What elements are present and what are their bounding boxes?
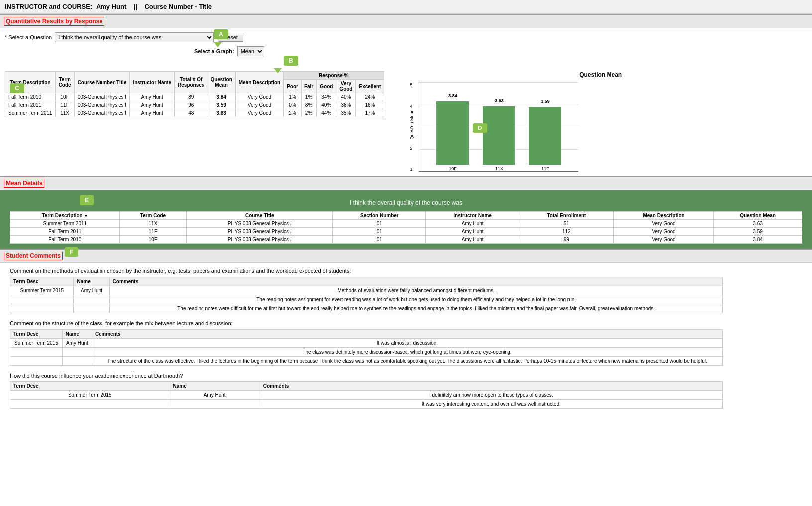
comment-col-comments: Comments	[260, 382, 722, 391]
mean-cell-course: PHYS 003 General Physics I	[187, 220, 333, 228]
student-comments-title: Student Comments	[4, 252, 63, 260]
bar-item: 3.63 11X	[483, 82, 515, 171]
comment-col-name: Name	[74, 277, 109, 286]
col-mean-desc: Mean Description	[235, 72, 283, 93]
cell-term-desc: Fall Term 2011	[5, 101, 56, 109]
comment-term	[10, 348, 63, 357]
mean-details-content: E I think the overall quality of the cou…	[0, 190, 812, 249]
cell-mean-desc: Very Good	[235, 93, 283, 101]
mean-cell-mean-desc: Very Good	[613, 228, 713, 236]
bar-item: 3.59 11F	[529, 82, 561, 171]
mean-cell-section: 01	[333, 236, 426, 244]
cell-course: 003-General Physics I	[74, 101, 130, 109]
col-poor: Poor	[284, 80, 302, 93]
comment-col-comments: Comments	[92, 330, 723, 339]
table-row: Summer Term 2011 11X PHYS 003 General Ph…	[10, 220, 802, 228]
comment-row: Summer Term 2015 Amy Hunt It was almost …	[10, 339, 723, 348]
graph-select-label: Select a Graph:	[194, 48, 234, 54]
cell-instructor: Amy Hunt	[130, 93, 175, 101]
comment-text: The reading notes were difficult for me …	[109, 304, 722, 313]
mean-cell-section: 01	[333, 228, 426, 236]
cell-term-code: 11F	[55, 101, 74, 109]
cell-term-desc: Summer Term 2011	[5, 109, 56, 117]
comment-row: Summer Term 2015 Amy Hunt I definitely a…	[10, 391, 723, 400]
question-select[interactable]: I think the overall quality of the cours…	[55, 32, 214, 42]
student-comments-header: Student Comments F	[0, 249, 812, 263]
comment-question: Comment on the structure of the class, f…	[10, 320, 802, 326]
comment-row: The structure of the class was effective…	[10, 357, 723, 366]
mean-cell-enrollment: 51	[519, 220, 613, 228]
comment-row: It was very interesting content, and ove…	[10, 400, 723, 409]
cell-excellent: 24%	[356, 93, 384, 101]
cell-term-desc: Fall Term 2010	[5, 93, 56, 101]
mean-col-course-title: Course Title	[187, 212, 333, 220]
cell-mean: 3.84	[207, 93, 235, 101]
mean-col-term-desc: Term Description ▼	[10, 212, 120, 220]
col-response-group: Response %	[284, 72, 384, 80]
col-excellent: Excellent	[356, 80, 384, 93]
cell-good: 44%	[317, 109, 336, 117]
bar-value: 3.59	[541, 99, 550, 104]
comment-col-term: Term Desc	[10, 330, 63, 339]
comment-name	[74, 295, 109, 304]
col-term-code: TermCode	[55, 72, 74, 93]
bar	[483, 106, 515, 165]
question-row: * Select a Question I think the overall …	[5, 32, 807, 42]
annotation-f: F	[65, 247, 78, 257]
cell-mean-desc: Very Good	[235, 109, 283, 117]
comment-col-comments: Comments	[109, 277, 722, 286]
comment-section: Comment on the methods of evaluation cho…	[10, 268, 802, 313]
mean-details-header: Mean Details	[0, 176, 812, 190]
cell-instructor: Amy Hunt	[130, 101, 175, 109]
table-row: Summer Term 2011 11X 003-General Physics…	[5, 109, 384, 117]
comment-term	[10, 295, 74, 304]
y-axis: 5 4 3 2 1	[410, 82, 412, 172]
bar-value: 3.63	[495, 98, 504, 103]
mean-details-table: Term Description ▼ Term Code Course Titl…	[10, 211, 802, 244]
comment-question: How did this course influence your acade…	[10, 373, 802, 379]
bar-item: 3.84 10F	[436, 82, 469, 171]
comment-col-name: Name	[62, 330, 92, 339]
cell-good: 34%	[317, 93, 336, 101]
question-label: * Select a Question	[5, 34, 52, 40]
annotation-d: D	[473, 123, 487, 133]
student-comments-section: Student Comments F Comment on the method…	[0, 249, 812, 421]
graph-select[interactable]: Mean	[237, 46, 264, 56]
mean-cell-question-mean: 3.59	[714, 228, 802, 236]
comment-table: Term Desc Name Comments Summer Term 2015…	[10, 329, 723, 366]
comment-term: Summer Term 2015	[10, 339, 63, 348]
comment-row: The class was definitely more discussion…	[10, 348, 723, 357]
mean-cell-term-desc: Summer Term 2011	[10, 220, 120, 228]
chart-area: Question Mean Question Mean 5 4 3 2 1	[394, 71, 807, 172]
mean-cell-instructor: Amy Hunt	[426, 228, 519, 236]
mean-cell-section: 01	[333, 220, 426, 228]
bar-label: 11X	[495, 166, 503, 171]
cell-excellent: 17%	[356, 109, 384, 117]
comment-term	[10, 304, 74, 313]
mean-cell-instructor: Amy Hunt	[426, 236, 519, 244]
comment-term	[10, 357, 63, 366]
mean-question-text: I think the overall quality of the cours…	[10, 195, 802, 211]
comment-term: Summer Term 2015	[10, 391, 170, 400]
cell-term-code: 11X	[55, 109, 74, 117]
comment-col-term: Term Desc	[10, 382, 170, 391]
quant-section-header: Quantitative Results by Response	[0, 14, 812, 28]
mean-col-enrollment: Total Enrollment	[519, 212, 613, 220]
comments-content: Comment on the methods of evaluation cho…	[0, 263, 812, 421]
chart-container: 3.84 10F 3.63 11X 3.59 11F	[419, 82, 578, 172]
comment-row: The reading notes assignment for evert r…	[10, 295, 723, 304]
comment-text: I definitely am now more open to these t…	[260, 391, 722, 400]
annotation-b: B	[284, 56, 298, 66]
comment-term: Summer Term 2015	[10, 286, 74, 295]
mean-cell-term-code: 10F	[119, 236, 187, 244]
mean-cell-course: PHYS 003 General Physics I	[187, 236, 333, 244]
mean-col-question-mean: Question Mean	[714, 212, 802, 220]
instructor-name: Amy Hunt	[96, 3, 126, 10]
mean-details-section: Mean Details E I think the overall quali…	[0, 176, 812, 249]
cell-course: 003-General Physics I	[74, 93, 130, 101]
cell-poor: 1%	[284, 93, 302, 101]
mean-cell-term-code: 11X	[119, 220, 187, 228]
cell-mean: 3.63	[207, 109, 235, 117]
comment-section: How did this course influence your acade…	[10, 373, 802, 409]
comment-col-term: Term Desc	[10, 277, 74, 286]
